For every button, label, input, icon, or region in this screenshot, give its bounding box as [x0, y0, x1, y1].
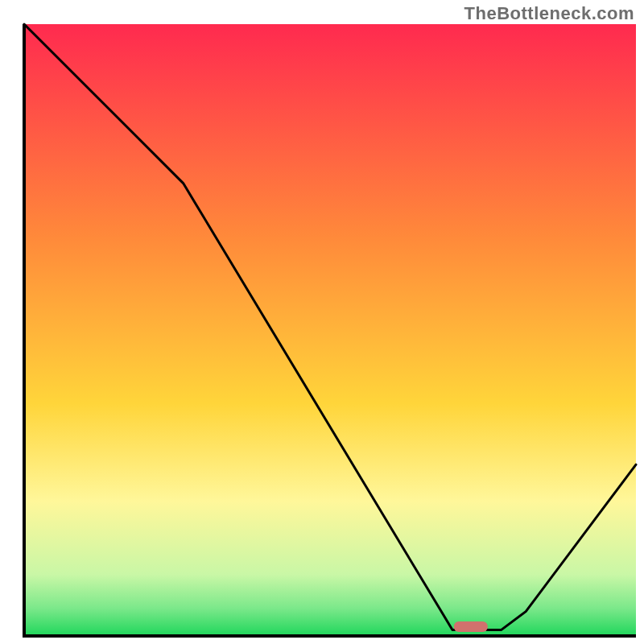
- bottleneck-chart: TheBottleneck.com: [0, 0, 644, 644]
- sweet-spot-marker: [454, 621, 488, 632]
- watermark-label: TheBottleneck.com: [464, 3, 634, 24]
- chart-svg: [0, 0, 644, 644]
